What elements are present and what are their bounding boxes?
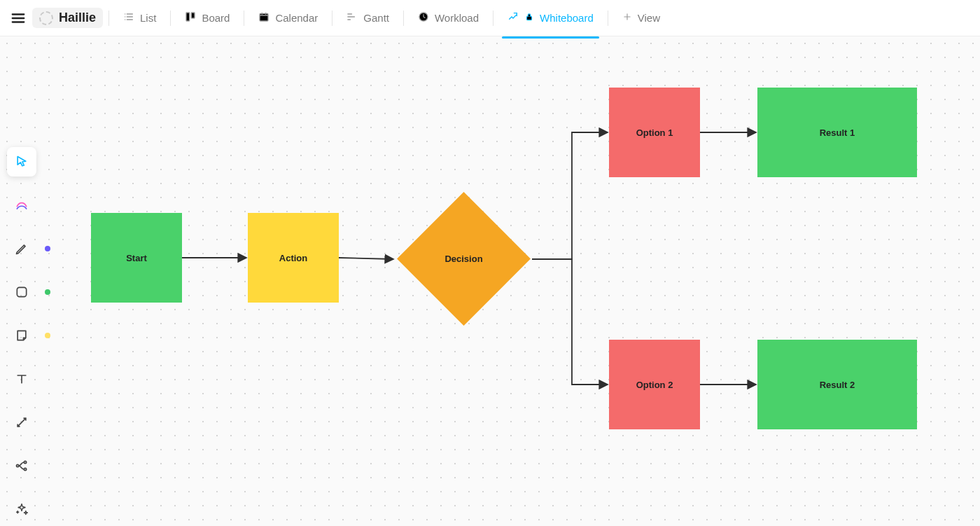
list-icon (123, 11, 134, 25)
lock-icon (524, 12, 534, 24)
tool-select[interactable] (7, 147, 36, 177)
divider (403, 11, 404, 26)
calendar-icon (258, 11, 270, 25)
tool-shape[interactable] (7, 277, 36, 307)
divider (244, 11, 244, 26)
sticky-icon (15, 328, 29, 342)
text-icon (15, 372, 29, 386)
tab-label: Calendar (275, 12, 318, 24)
divider (608, 11, 608, 26)
edge-decision-option1 (532, 132, 608, 259)
space-title: Haillie (59, 11, 96, 25)
svg-point-6 (17, 464, 19, 466)
sticky-color-swatch (45, 333, 50, 338)
tab-workload[interactable]: Workload (410, 7, 487, 29)
svg-point-8 (24, 468, 26, 470)
gantt-icon (346, 11, 358, 25)
pen-color-swatch (45, 246, 50, 251)
tool-pen[interactable] (7, 234, 36, 263)
node-label: Option 1 (636, 127, 673, 138)
ai-icon (15, 198, 29, 212)
space-avatar-icon (39, 11, 53, 25)
svg-rect-2 (260, 13, 268, 21)
tab-board[interactable]: Board (176, 7, 238, 29)
tool-mindmap[interactable] (7, 451, 36, 480)
plus-icon (622, 12, 632, 24)
connector-icon (15, 415, 29, 429)
node-result2[interactable]: Result 2 (757, 340, 917, 429)
divider (108, 11, 109, 26)
node-action[interactable]: Action (248, 213, 339, 303)
node-result1[interactable]: Result 1 (757, 88, 917, 177)
menu-toggle-button[interactable] (7, 7, 29, 29)
tool-sticky[interactable] (7, 321, 36, 350)
sparkle-icon (15, 502, 29, 516)
tab-label: Workload (435, 12, 479, 24)
tab-label: Gantt (363, 12, 389, 24)
shape-icon (15, 285, 29, 299)
toolbar (7, 147, 36, 526)
svg-rect-4 (527, 16, 532, 20)
pen-icon (15, 242, 29, 256)
divider (332, 11, 332, 26)
node-option1[interactable]: Option 1 (609, 88, 700, 177)
node-label: Result 2 (820, 380, 855, 390)
tab-whiteboard[interactable]: Whiteboard (499, 7, 602, 29)
space-title-button[interactable]: Haillie (32, 8, 103, 28)
divider (493, 11, 493, 26)
top-bar: Haillie List Board Calendar Gantt Worklo… (0, 0, 980, 36)
node-label: Action (279, 253, 307, 263)
node-label: Start (126, 253, 147, 263)
tool-text[interactable] (7, 364, 36, 394)
tab-label: Board (202, 12, 230, 24)
workload-icon (418, 11, 429, 25)
node-label: Result 1 (820, 127, 855, 138)
edge-action-decision (339, 258, 393, 259)
shape-color-swatch (45, 289, 50, 295)
cursor-icon (15, 155, 29, 169)
node-option2[interactable]: Option 2 (609, 340, 700, 429)
whiteboard-canvas[interactable]: Start Action Decision Option 1 Option 2 … (0, 36, 980, 526)
add-view-button[interactable]: View (614, 8, 668, 28)
svg-point-7 (24, 461, 26, 463)
node-start[interactable]: Start (91, 213, 182, 303)
tab-label: List (140, 12, 156, 24)
node-label: Decision (444, 254, 482, 264)
board-icon (185, 11, 196, 25)
edge-decision-option2 (532, 259, 608, 385)
tab-list[interactable]: List (115, 7, 164, 29)
tool-magic[interactable] (7, 494, 36, 524)
divider (170, 11, 171, 26)
tab-label: View (638, 12, 660, 24)
hamburger-icon (10, 11, 26, 26)
tab-label: Whiteboard (540, 12, 594, 24)
node-decision[interactable]: Decision (416, 212, 511, 306)
mindmap-icon (15, 459, 29, 473)
svg-rect-1 (192, 13, 195, 18)
tab-gantt[interactable]: Gantt (338, 7, 398, 29)
whiteboard-icon (507, 11, 519, 25)
node-label: Option 2 (636, 380, 673, 390)
tool-ai[interactable] (7, 191, 36, 220)
tab-calendar[interactable]: Calendar (250, 7, 326, 29)
svg-rect-5 (17, 287, 26, 296)
tool-connector[interactable] (7, 408, 36, 437)
svg-rect-0 (186, 13, 190, 21)
